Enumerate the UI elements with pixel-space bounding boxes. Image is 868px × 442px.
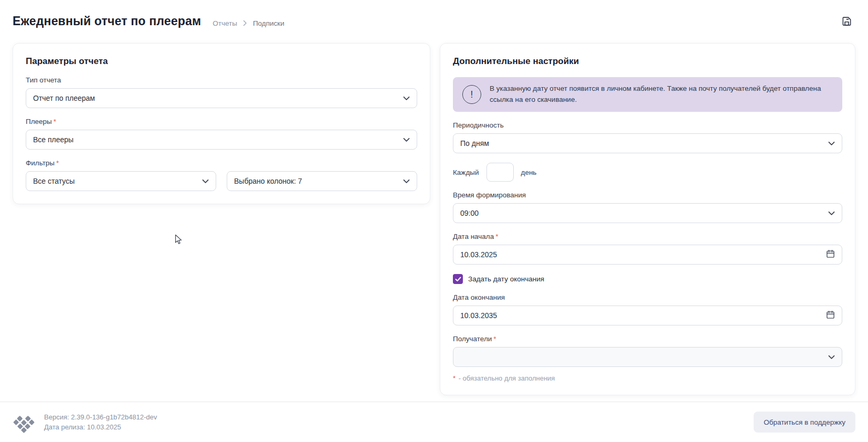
start-date-label-text: Дата начала — [453, 233, 494, 240]
info-banner-text: В указанную дату отчет появится в личном… — [490, 83, 833, 106]
required-note-text: - обязательно для заполнения — [457, 374, 555, 382]
breadcrumb-item-reports[interactable]: Отчеты — [213, 19, 237, 27]
breadcrumb-separator-icon — [243, 20, 247, 26]
end-date-label: Дата окончания — [453, 293, 842, 301]
page-title: Ежедневный отчет по плеерам — [13, 15, 201, 28]
app-logo-icon — [13, 411, 35, 433]
required-asterisk: * — [54, 118, 56, 125]
checkbox-checked-icon[interactable] — [453, 274, 463, 284]
page-footer: Версия: 2.39.0-136-g1b72b4812-dev Дата р… — [0, 402, 868, 442]
columns-select[interactable]: Выбрано колонок: 7 — [227, 171, 417, 191]
content-area: Параметры отчета Тип отчета Отчет по пле… — [0, 43, 868, 395]
every-day-input[interactable] — [486, 163, 514, 182]
save-floppy-icon — [841, 16, 852, 28]
calendar-icon[interactable] — [826, 310, 835, 321]
required-asterisk: * — [495, 233, 498, 240]
periodicity-label: Периодичность — [453, 121, 842, 129]
every-prefix-label: Каждый — [453, 169, 479, 176]
version-text: Версия: 2.39.0-136-g1b72b4812-dev — [44, 413, 157, 421]
report-type-label: Тип отчета — [26, 76, 417, 84]
report-params-card: Параметры отчета Тип отчета Отчет по пле… — [13, 43, 430, 204]
chevron-down-icon — [202, 177, 209, 185]
calendar-icon[interactable] — [826, 249, 835, 260]
end-date-value: 10.03.2035 — [460, 311, 497, 320]
periodicity-label-text: Периодичность — [453, 121, 504, 129]
filters-label-text: Фильтры — [26, 159, 55, 167]
chevron-down-icon — [828, 209, 835, 217]
report-type-select[interactable]: Отчет по плеерам — [26, 88, 417, 108]
info-banner: ! В указанную дату отчет появится в личн… — [453, 77, 842, 112]
recipients-select[interactable] — [453, 347, 842, 367]
players-select[interactable]: Все плееры — [26, 130, 417, 150]
exclamation-circle-icon: ! — [462, 85, 481, 104]
periodicity-value: По дням — [460, 139, 489, 148]
required-asterisk: * — [56, 159, 59, 167]
generation-time-label-text: Время формирования — [453, 191, 526, 199]
set-end-date-checkbox-row[interactable]: Задать дату окончания — [453, 274, 842, 284]
start-date-value: 10.03.2025 — [460, 250, 497, 259]
required-asterisk: * — [493, 335, 496, 343]
statuses-select[interactable]: Все статусы — [26, 171, 216, 191]
breadcrumb: Отчеты Подписки — [213, 19, 284, 27]
report-params-title: Параметры отчета — [26, 56, 417, 67]
report-type-value: Отчет по плеерам — [33, 94, 95, 102]
recipients-label: Получатели* — [453, 335, 842, 343]
recipients-label-text: Получатели — [453, 335, 492, 343]
additional-settings-card: Дополнительные настройки ! В указанную д… — [440, 43, 855, 395]
page-header: Ежедневный отчет по плеерам Отчеты Подпи… — [0, 0, 868, 30]
chevron-down-icon — [403, 135, 410, 144]
chevron-down-icon — [828, 139, 835, 148]
report-type-label-text: Тип отчета — [26, 76, 61, 84]
generation-time-value: 09:00 — [460, 209, 479, 217]
columns-value: Выбрано колонок: 7 — [234, 177, 302, 185]
every-suffix-label: день — [521, 169, 537, 176]
required-fields-note: * - обязательно для заполнения — [453, 374, 842, 382]
set-end-date-label: Задать дату окончания — [468, 275, 544, 283]
additional-settings-title: Дополнительные настройки — [453, 56, 842, 67]
footer-info: Версия: 2.39.0-136-g1b72b4812-dev Дата р… — [13, 411, 157, 433]
periodicity-select[interactable]: По дням — [453, 133, 842, 153]
version-block: Версия: 2.39.0-136-g1b72b4812-dev Дата р… — [44, 412, 157, 433]
generation-time-label: Время формирования — [453, 191, 842, 199]
contact-support-button[interactable]: Обратиться в поддержку — [754, 412, 855, 433]
start-date-input[interactable]: 10.03.2025 — [453, 245, 842, 265]
end-date-input[interactable]: 10.03.2035 — [453, 306, 842, 325]
end-date-label-text: Дата окончания — [453, 293, 505, 301]
players-value: Все плееры — [33, 135, 73, 144]
release-date-text: Дата релиза: 10.03.2025 — [44, 423, 121, 431]
players-label: Плееры* — [26, 118, 417, 125]
chevron-down-icon — [403, 94, 410, 102]
chevron-down-icon — [828, 353, 835, 361]
filters-row: Все статусы Выбрано колонок: 7 — [26, 171, 417, 191]
every-day-row: Каждый день — [453, 163, 842, 182]
generation-time-select[interactable]: 09:00 — [453, 203, 842, 223]
statuses-value: Все статусы — [33, 177, 75, 185]
start-date-label: Дата начала* — [453, 233, 842, 240]
save-button[interactable] — [839, 14, 854, 30]
filters-label: Фильтры* — [26, 159, 417, 167]
required-asterisk: * — [453, 374, 456, 382]
breadcrumb-item-subscriptions[interactable]: Подписки — [253, 19, 284, 27]
chevron-down-icon — [403, 177, 410, 185]
players-label-text: Плееры — [26, 118, 52, 125]
